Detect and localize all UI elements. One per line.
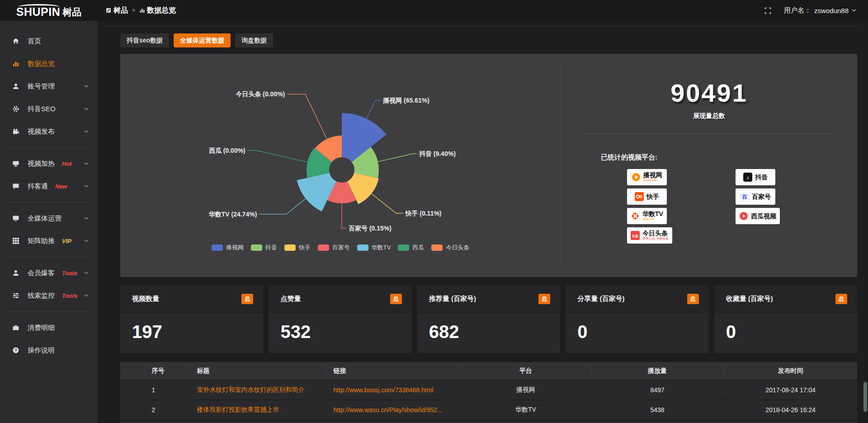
- tab-douyin-seo-data[interactable]: 抖音seo数据: [120, 33, 169, 47]
- stat-card-3: 分享量 (百家号) 总 0: [566, 285, 708, 353]
- chevron-down-icon: [84, 85, 89, 88]
- chevron-down-icon: [84, 185, 89, 188]
- tab-all-media-operation-data[interactable]: 全媒体运营数据: [174, 33, 231, 47]
- stat-card-title: 收藏量 (百家号): [726, 295, 773, 303]
- fullscreen-icon[interactable]: [764, 7, 771, 14]
- sidebar-item-member-baoke[interactable]: 会员爆客 Tools: [0, 262, 98, 284]
- wasu-logo-icon: [631, 212, 640, 221]
- sidebar-item-data-overview[interactable]: 数据总览: [0, 52, 98, 75]
- legend-item-6[interactable]: 今日头条: [431, 244, 469, 252]
- stat-card-value: 682: [417, 313, 560, 342]
- platform-name: 抖音: [755, 174, 768, 181]
- legend-label: 百家号: [332, 244, 350, 252]
- app-logo[interactable]: SHUPIN 树品: [0, 4, 98, 18]
- sidebar-item-all-media-operation[interactable]: 全媒体运营: [0, 207, 98, 230]
- sidebar-item-label: 首页: [28, 37, 41, 46]
- legend-item-1[interactable]: 抖音: [251, 244, 277, 252]
- sidebar-divider: [8, 202, 90, 202]
- breadcrumb-current[interactable]: 数据总览: [139, 6, 176, 15]
- page-scrollbar[interactable]: [863, 0, 867, 423]
- cell-time: 2017-08-24 17:04: [724, 380, 857, 400]
- legend-swatch: [431, 244, 443, 251]
- chevron-down-icon: [84, 294, 89, 297]
- col-header-seq: 序号: [145, 362, 190, 380]
- legend-item-5[interactable]: 西瓜: [398, 244, 424, 252]
- tab-inquiry-data[interactable]: 询盘数据: [235, 33, 273, 47]
- legend-item-0[interactable]: 播视网: [212, 244, 244, 252]
- cell-url-link[interactable]: http://www.wasu.cn/Play/show/id/952...: [334, 406, 443, 414]
- total-badge: 总: [538, 294, 550, 304]
- filter-icon: [12, 292, 20, 300]
- sidebar-item-video-publish[interactable]: 视频发布: [0, 120, 98, 143]
- platform-name: 今日头条: [642, 230, 668, 237]
- breadcrumb-root[interactable]: 树品: [106, 6, 128, 15]
- pie-label-line: [287, 94, 327, 139]
- chevron-down-icon: [852, 9, 856, 12]
- total-badge: 总: [687, 294, 699, 304]
- sidebar-item-label: 会员爆客: [28, 269, 55, 277]
- sidebar-item-label: 视频加热: [28, 160, 55, 168]
- pie-label-line: [248, 150, 307, 162]
- chevron-down-icon: [84, 108, 89, 110]
- platform-name: 播视网: [643, 172, 662, 179]
- sidebar-item-label: 全媒体运营: [28, 214, 61, 223]
- sidebar-divider: [8, 147, 90, 148]
- legend-label: 快手: [299, 244, 311, 252]
- sidebar-item-operation-guide[interactable]: ? 操作说明: [0, 339, 98, 362]
- breadcrumb: 树品 > 数据总览: [106, 6, 176, 15]
- rose-pie-chart[interactable]: 播视网 (65.61%)抖音 (9.40%)快手 (0.11%)百家号 (0.1…: [120, 54, 561, 266]
- sidebar-item-account-management[interactable]: 账号管理: [0, 75, 98, 98]
- question-icon: ?: [12, 347, 20, 354]
- legend-swatch: [357, 244, 368, 251]
- pie-label-line: [259, 199, 306, 214]
- stat-card-1: 点赞量 总 532: [269, 285, 411, 353]
- legend-item-4[interactable]: 华数TV: [357, 244, 391, 252]
- user-menu[interactable]: 用户名：zswodun88: [784, 6, 856, 15]
- total-impressions-label: 展现量总数: [561, 112, 857, 120]
- pie-label-line: [372, 193, 403, 213]
- platform-badge-百家号: 百 百家号: [736, 188, 775, 205]
- stat-card-title: 视频数量: [132, 295, 159, 303]
- sidebar-item-consumption-detail[interactable]: 消费明细: [0, 316, 98, 339]
- sidebar-item-douyin-seo[interactable]: 抖音SEO: [0, 98, 98, 120]
- pie-label: 播视网 (65.61%): [382, 97, 429, 104]
- cell-platform: [461, 420, 591, 423]
- sidebar-menu: 首页 数据总览 账号管理 抖音SEO 视频发布 视频加热 Hot 抖客通 New…: [0, 21, 98, 423]
- legend-label: 华数TV: [372, 244, 391, 252]
- sidebar-item-label: 抖客通: [28, 182, 48, 191]
- pie-slice-4[interactable]: [297, 173, 336, 212]
- videos-table-section: 序号 标题 链接 平台 播放量 发布时间 1 室外水纹灯和室内水纹灯的区别和简介…: [120, 362, 857, 423]
- sidebar-item-label: 消费明细: [28, 324, 55, 332]
- stat-card-header: 收藏量 (百家号) 总: [714, 285, 857, 313]
- sidebar-item-video-heating[interactable]: 视频加热 Hot: [0, 152, 98, 175]
- sidebar-item-badge: VIP: [62, 238, 71, 244]
- legend-label: 今日头条: [446, 244, 469, 252]
- total-badge: 总: [241, 294, 253, 304]
- scrollbar-thumb[interactable]: [863, 382, 867, 412]
- summary-panel: 90491 展现量总数 已统计的视频平台: 播视网 boosj.com ♪ 抖音…: [561, 54, 857, 277]
- platform-badge-抖音: ♪ 抖音: [736, 169, 775, 185]
- cell-title-link[interactable]: 楼体投影灯投影效果震撼上市: [197, 406, 279, 413]
- sidebar-item-douketong[interactable]: 抖客通 New: [0, 175, 98, 197]
- sidebar-item-home[interactable]: 首页: [0, 30, 98, 52]
- table-row-partial: [120, 420, 857, 423]
- boosj-logo-icon: [632, 173, 641, 182]
- home-icon: [12, 38, 20, 45]
- platform-subtext: boosj.com: [643, 179, 658, 182]
- table-body: 1 室外水纹灯和室内水纹灯的区别和简介 http://www.boosj.com…: [120, 380, 857, 423]
- cell-seq: [145, 420, 190, 423]
- sidebar-item-clue-monitor[interactable]: 线索监控 Tools: [0, 284, 98, 307]
- platform-name: 华数TV: [642, 211, 663, 217]
- sidebar-divider: [8, 311, 90, 312]
- kuaishou-logo-icon: [635, 192, 644, 201]
- pie-chart-area: 播视网 (65.61%)抖音 (9.40%)快手 (0.11%)百家号 (0.1…: [120, 54, 561, 277]
- legend-item-3[interactable]: 百家号: [318, 244, 350, 252]
- cell-plays: 5438: [591, 400, 724, 420]
- sidebar-item-label: 数据总览: [28, 60, 55, 68]
- cell-url-link[interactable]: http://www.boosj.com/7338468.html: [334, 386, 434, 394]
- legend-item-2[interactable]: 快手: [284, 244, 311, 252]
- platform-name: 快手: [646, 193, 659, 200]
- sidebar-item-matrix-boost[interactable]: 矩阵助推 VIP: [0, 230, 98, 252]
- pie-label: 西瓜 (0.00%): [209, 147, 245, 154]
- cell-title-link[interactable]: 室外水纹灯和室内水纹灯的区别和简介: [197, 386, 305, 393]
